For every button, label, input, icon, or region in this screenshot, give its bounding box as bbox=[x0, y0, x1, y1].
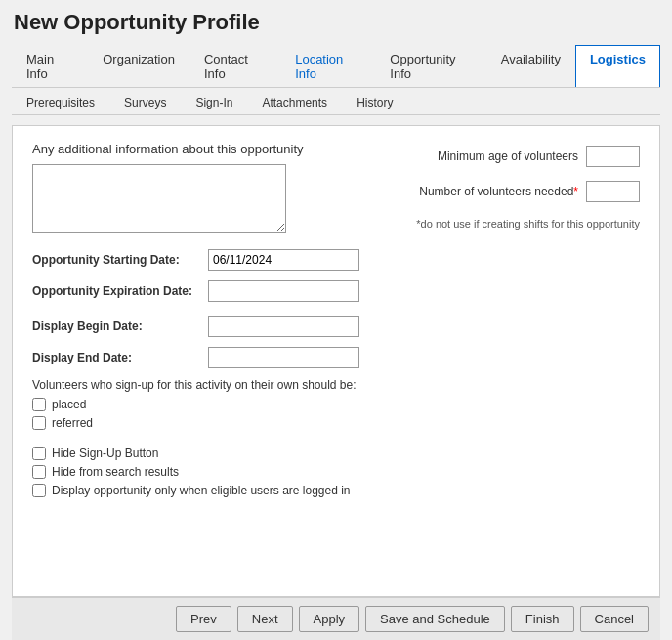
additional-info-textarea[interactable] bbox=[32, 164, 286, 233]
opp-starting-date-label: Opportunity Starting Date: bbox=[32, 253, 208, 267]
num-volunteers-label: Number of volunteers needed* bbox=[419, 185, 578, 198]
tab-top-availability[interactable]: Availability bbox=[486, 45, 575, 87]
display-end-date-row: Display End Date: bbox=[32, 347, 359, 368]
tab-top-main-info[interactable]: Main Info bbox=[12, 45, 88, 87]
min-age-input[interactable] bbox=[586, 146, 640, 167]
next-button[interactable]: Next bbox=[237, 606, 293, 632]
tab-top-opportunity-info[interactable]: Opportunity Info bbox=[375, 45, 485, 87]
opp-expiration-date-row: Opportunity Expiration Date: bbox=[32, 280, 359, 302]
placed-label: placed bbox=[52, 398, 86, 411]
required-star: * bbox=[573, 185, 578, 198]
display-end-date-label: Display End Date: bbox=[32, 351, 208, 364]
hide-search-label: Hide from search results bbox=[52, 465, 179, 479]
finish-button[interactable]: Finish bbox=[511, 606, 574, 632]
tab-top-organization[interactable]: Organization bbox=[88, 45, 189, 87]
right-column: Minimum age of volunteers Number of volu… bbox=[379, 142, 640, 502]
tab-bottom-history[interactable]: History bbox=[342, 90, 407, 114]
tab-top-contact-info[interactable]: Contact Info bbox=[189, 45, 280, 87]
prev-button[interactable]: Prev bbox=[176, 606, 231, 632]
display-eligible-label: Display opportunity only when eligible u… bbox=[52, 484, 351, 497]
tab-top-logistics[interactable]: Logistics bbox=[575, 45, 660, 87]
display-begin-date-row: Display Begin Date: bbox=[32, 316, 359, 337]
shifts-note: *do not use if creating shifts for this … bbox=[379, 218, 640, 230]
tab-bottom-sign-in[interactable]: Sign-In bbox=[181, 90, 247, 114]
num-volunteers-input[interactable] bbox=[586, 181, 640, 202]
referred-label: referred bbox=[52, 416, 93, 430]
referred-checkbox[interactable] bbox=[32, 416, 46, 430]
min-age-label: Minimum age of volunteers bbox=[438, 149, 578, 163]
hide-search-checkbox[interactable] bbox=[32, 465, 46, 479]
tab-bottom-prerequisites[interactable]: Prerequisites bbox=[12, 90, 109, 114]
opp-starting-date-row: Opportunity Starting Date: bbox=[32, 249, 359, 271]
hide-signup-label: Hide Sign-Up Button bbox=[52, 447, 158, 460]
placed-row: placed bbox=[32, 398, 359, 411]
left-column: Any additional information about this op… bbox=[32, 142, 359, 502]
display-eligible-checkbox[interactable] bbox=[32, 484, 46, 497]
page-title: New Opportunity Profile bbox=[12, 10, 660, 35]
save-schedule-button[interactable]: Save and Schedule bbox=[365, 606, 505, 632]
display-begin-date-label: Display Begin Date: bbox=[32, 320, 208, 333]
opp-expiration-date-input[interactable] bbox=[208, 280, 359, 302]
display-eligible-row: Display opportunity only when eligible u… bbox=[32, 484, 359, 497]
cancel-button[interactable]: Cancel bbox=[580, 606, 649, 632]
footer-bar: Prev Next Apply Save and Schedule Finish… bbox=[12, 597, 660, 640]
page-wrapper: New Opportunity Profile Main Info Organi… bbox=[0, 0, 672, 640]
tab-row-bottom: Prerequisites Surveys Sign-In Attachment… bbox=[12, 90, 660, 115]
display-begin-date-input[interactable] bbox=[208, 316, 359, 337]
hide-search-row: Hide from search results bbox=[32, 465, 359, 479]
placed-checkbox[interactable] bbox=[32, 398, 46, 411]
tab-row-top: Main Info Organization Contact Info Loca… bbox=[12, 45, 660, 88]
volunteers-text: Volunteers who sign-up for this activity… bbox=[32, 378, 359, 392]
opp-starting-date-input[interactable] bbox=[208, 249, 359, 271]
content-area: Any additional information about this op… bbox=[12, 125, 660, 597]
two-col-layout: Any additional information about this op… bbox=[32, 142, 640, 502]
apply-button[interactable]: Apply bbox=[299, 606, 360, 632]
num-volunteers-row: Number of volunteers needed* bbox=[379, 181, 640, 202]
min-age-row: Minimum age of volunteers bbox=[379, 146, 640, 167]
additional-info-label: Any additional information about this op… bbox=[32, 142, 359, 156]
tab-bottom-surveys[interactable]: Surveys bbox=[109, 90, 181, 114]
tab-bottom-attachments[interactable]: Attachments bbox=[247, 90, 342, 114]
display-end-date-input[interactable] bbox=[208, 347, 359, 368]
referred-row: referred bbox=[32, 416, 359, 430]
tab-top-location-info[interactable]: Location Info bbox=[280, 45, 375, 87]
opp-expiration-date-label: Opportunity Expiration Date: bbox=[32, 284, 208, 298]
hide-signup-checkbox[interactable] bbox=[32, 447, 46, 460]
hide-signup-row: Hide Sign-Up Button bbox=[32, 447, 359, 460]
